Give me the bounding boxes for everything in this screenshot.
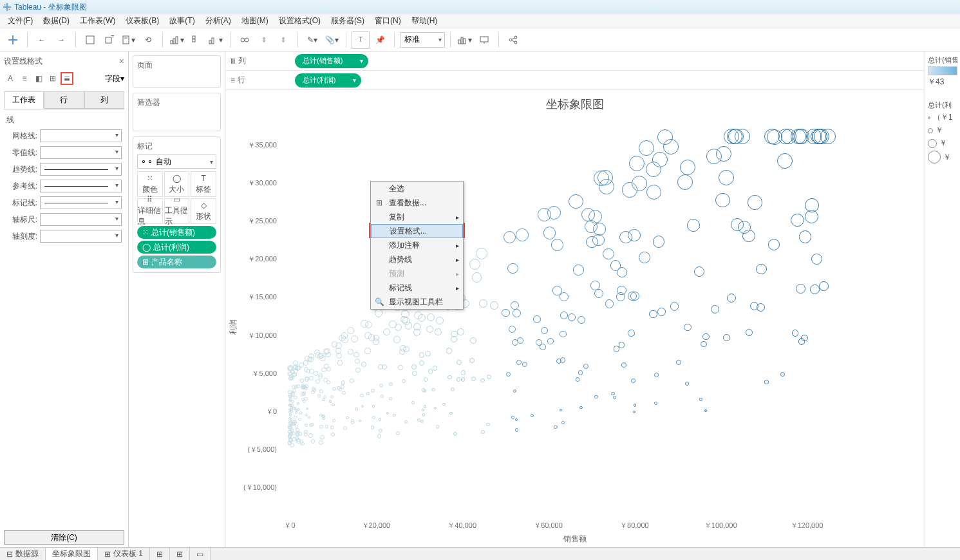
sort-desc-button[interactable]: ▾ [207,31,225,49]
data-point[interactable] [470,337,476,344]
data-point[interactable] [742,230,755,242]
data-point[interactable] [628,330,635,337]
data-point[interactable] [476,248,487,259]
data-point[interactable] [431,388,435,392]
data-point[interactable] [511,416,514,419]
data-point[interactable] [393,336,400,342]
data-point[interactable] [461,370,466,375]
data-point[interactable] [653,236,665,248]
menu-dashboard[interactable]: 仪表板(B) [122,14,163,28]
data-point[interactable] [433,366,438,371]
data-point[interactable] [304,367,309,372]
data-point[interactable] [398,365,403,370]
data-point[interactable] [332,387,336,391]
data-point[interactable] [541,327,548,334]
format-tab-worksheet[interactable]: 工作表 [4,91,44,109]
data-point[interactable] [639,140,654,156]
data-point[interactable] [332,404,334,406]
data-point[interactable] [308,416,311,420]
data-point[interactable] [368,334,375,341]
ctx-trend[interactable]: 趋势线▸ [371,252,463,266]
tab-dashboard[interactable]: ⊞仪表板 1 [98,548,150,560]
menu-worksheet[interactable]: 工作表(W) [76,14,119,28]
data-point[interactable] [323,378,328,382]
axisruler-select[interactable] [40,213,122,226]
save-button[interactable] [81,31,99,49]
data-point[interactable] [289,414,292,416]
menu-help[interactable]: 帮助(H) [408,14,442,28]
data-point[interactable] [418,314,426,322]
gridlines-select[interactable] [40,129,122,142]
ctx-copy[interactable]: 复制▸ [371,210,463,224]
data-point[interactable] [422,388,426,392]
tab-sheet[interactable]: 坐标象限图 [46,548,98,560]
data-point[interactable] [288,377,293,381]
data-point[interactable] [371,389,375,393]
data-point[interactable] [699,398,702,401]
data-point[interactable] [361,320,368,328]
data-point[interactable] [533,315,541,323]
data-point[interactable] [347,327,354,334]
data-point[interactable] [319,440,323,445]
data-point[interactable] [479,299,487,308]
labels-button[interactable]: T [352,31,370,49]
data-point[interactable] [331,433,335,436]
data-point[interactable] [619,342,625,348]
data-point[interactable] [728,129,744,144]
data-point[interactable] [515,428,519,432]
data-point[interactable] [318,373,323,377]
data-point[interactable] [341,380,345,384]
data-point[interactable] [629,156,645,171]
mark-color-button[interactable]: ⁙颜色 [137,171,163,197]
data-point[interactable] [621,362,626,368]
showme-button[interactable]: ▾ [456,31,474,49]
refresh-button[interactable]: ⟲ [139,31,157,49]
data-point[interactable] [610,260,621,271]
data-point[interactable] [329,400,332,403]
data-point[interactable] [611,392,614,395]
data-point[interactable] [321,368,326,373]
format-close-button[interactable]: × [119,56,124,66]
data-point[interactable] [685,382,689,386]
data-point[interactable] [413,329,420,336]
data-point[interactable] [461,377,466,382]
mark-size-button[interactable]: ◯大小 [164,171,190,197]
data-point[interactable] [513,389,517,393]
rows-shelf[interactable]: ≡行 总计(利润) [225,71,925,90]
data-point[interactable] [319,389,323,393]
data-point[interactable] [330,425,334,429]
data-point[interactable] [522,362,527,367]
data-point[interactable] [292,372,297,377]
redo-button[interactable]: → [52,31,70,49]
data-point[interactable] [594,289,603,298]
data-point[interactable] [305,377,309,382]
data-point[interactable] [353,352,359,358]
data-point[interactable] [778,129,793,144]
new-story-tab[interactable]: ▭ [190,548,211,560]
share-button[interactable] [504,31,522,49]
data-point[interactable] [447,375,452,380]
data-point[interactable] [315,379,320,384]
data-point[interactable] [325,425,328,428]
data-point[interactable] [684,324,691,331]
data-point[interactable] [291,391,295,395]
data-point[interactable] [296,409,298,412]
fit-dropdown[interactable]: 标准 [400,32,445,48]
data-point[interactable] [422,413,425,416]
menu-story[interactable]: 故事(T) [165,14,198,28]
data-point[interactable] [457,328,464,335]
trendlines-select[interactable] [40,163,122,176]
ctx-droplines[interactable]: 标记线▸ [371,281,463,295]
format-fields-dropdown[interactable]: 字段▾ [105,73,124,84]
data-point[interactable] [680,160,695,175]
data-point[interactable] [511,301,519,310]
data-point[interactable] [396,431,400,435]
data-point[interactable] [593,223,606,236]
data-point[interactable] [469,259,480,270]
data-point[interactable] [723,334,729,341]
data-point[interactable] [301,392,304,395]
data-point[interactable] [428,369,433,373]
data-point[interactable] [634,404,636,406]
data-point[interactable] [411,364,417,369]
data-point[interactable] [569,194,583,209]
